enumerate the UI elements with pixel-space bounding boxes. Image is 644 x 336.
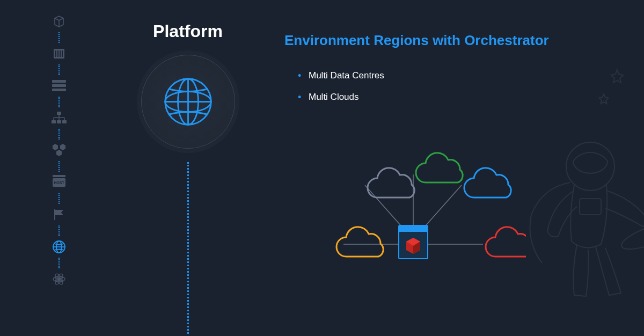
sidebar-flag-icon[interactable] [48, 204, 70, 225]
svg-rect-11 [62, 120, 67, 123]
connector [58, 97, 60, 107]
connector [58, 129, 60, 140]
sidebar-host-icon[interactable]: HOST [48, 172, 70, 193]
cloud-orange-icon [336, 227, 383, 257]
cloud-gray-icon [368, 168, 414, 198]
connector [58, 161, 60, 172]
platform-globe-circle [141, 55, 235, 149]
svg-rect-42 [399, 225, 428, 232]
cloud-green-icon [416, 153, 463, 182]
svg-rect-1 [55, 50, 56, 57]
svg-rect-2 [57, 50, 58, 57]
svg-marker-17 [53, 144, 58, 150]
svg-rect-3 [60, 50, 61, 57]
connector [58, 32, 60, 43]
svg-rect-21 [53, 175, 65, 177]
sidebar-container-icon[interactable] [48, 43, 70, 64]
svg-point-27 [57, 277, 61, 281]
svg-rect-5 [52, 80, 66, 83]
svg-point-48 [619, 218, 644, 254]
content-title: Environment Regions with Orchestrator [284, 32, 606, 49]
svg-marker-18 [60, 144, 65, 150]
sidebar-hexagons-icon[interactable] [48, 140, 70, 161]
platform-title: Platform [153, 21, 223, 41]
astronaut-decoration [510, 64, 644, 306]
svg-rect-9 [52, 120, 56, 123]
svg-rect-6 [52, 84, 66, 87]
svg-rect-23 [54, 209, 55, 220]
svg-text:HOST: HOST [54, 181, 64, 185]
connector [58, 64, 60, 75]
platform-column: Platform [107, 21, 268, 334]
svg-rect-10 [57, 120, 61, 123]
svg-rect-47 [580, 199, 601, 215]
svg-point-46 [566, 142, 614, 191]
sidebar-globe-icon[interactable] [48, 236, 70, 258]
svg-rect-4 [62, 50, 63, 57]
svg-rect-8 [57, 112, 61, 115]
orchestrator-box-icon [399, 225, 428, 259]
sidebar-atom-icon[interactable] [48, 268, 70, 290]
svg-rect-7 [52, 89, 66, 91]
sidebar-layers-icon[interactable] [48, 75, 70, 97]
connector [58, 225, 60, 236]
cloud-blue-icon [464, 168, 511, 198]
sidebar-network-icon[interactable] [48, 107, 70, 129]
globe-icon [163, 76, 214, 127]
connector [58, 258, 60, 268]
dotted-connector-down [187, 162, 189, 334]
connector [58, 193, 60, 204]
multi-cloud-diagram [301, 150, 526, 311]
sidebar: HOST [48, 11, 70, 290]
svg-marker-19 [56, 150, 62, 156]
sidebar-box-icon[interactable] [48, 11, 70, 32]
